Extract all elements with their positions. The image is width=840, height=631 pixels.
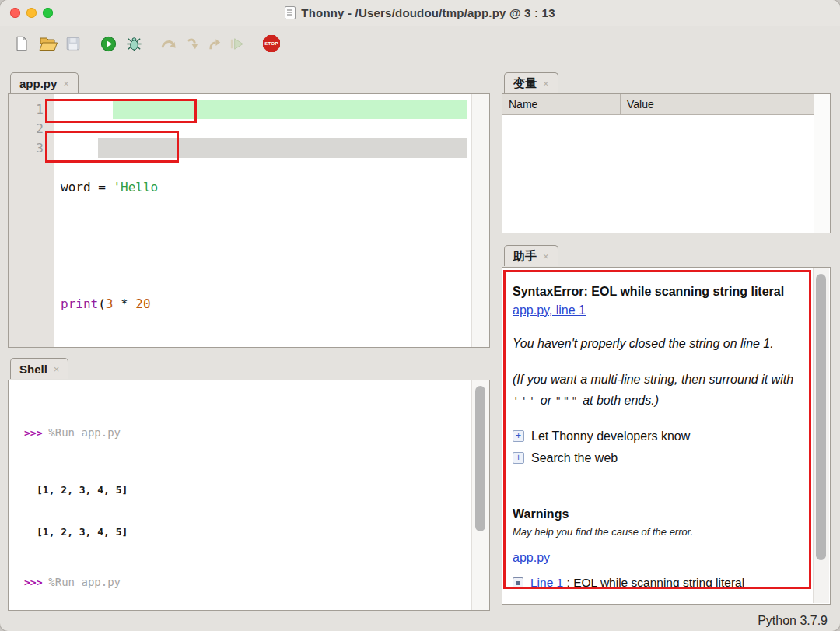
annotation-box-assistant [503, 270, 811, 589]
code-line-3: print(3 * 20 [54, 294, 471, 314]
code-token: ( [98, 296, 106, 311]
debug-button[interactable] [124, 34, 143, 53]
new-file-button[interactable] [12, 34, 31, 53]
stop-icon: STOP [263, 35, 280, 52]
assistant-scrollbar[interactable] [813, 268, 829, 603]
tab-variables[interactable]: 变量 × [504, 72, 558, 93]
code-token-number: 20 [135, 296, 150, 311]
debug-bug-icon [125, 35, 143, 53]
resume-button[interactable] [227, 34, 246, 53]
shell-panel: >>> %Run app.py [1, 2, 3, 4, 5] [1, 2, 3… [8, 380, 490, 611]
prompt-glyph: >>> [24, 577, 42, 588]
code-token-number: 3 [106, 296, 114, 311]
close-icon[interactable]: × [63, 78, 69, 89]
column-header-value: Value [621, 94, 814, 115]
step-into-button[interactable] [184, 34, 202, 53]
shell-output: [1, 2, 3, 4, 5] [24, 525, 471, 539]
annotation-box-line3 [45, 131, 179, 163]
run-command: %Run app.py [48, 576, 121, 588]
variables-panel: Name Value [502, 93, 831, 233]
window-title: Thonny - /Users/doudou/tmp/app.py @ 3 : … [301, 6, 555, 19]
code-line-2 [54, 236, 471, 255]
variables-scrollbar[interactable] [814, 94, 830, 233]
run-icon [100, 35, 117, 53]
step-out-icon [206, 35, 224, 53]
close-icon[interactable]: × [54, 363, 60, 375]
step-over-icon [159, 35, 177, 53]
minimize-window-button[interactable] [26, 8, 37, 18]
editor-tab-label: app.py [19, 77, 57, 90]
prompt-glyph: >>> [24, 427, 42, 439]
variables-table-header: Name Value [502, 94, 814, 115]
line-number: 1 [9, 100, 44, 119]
column-header-name: Name [502, 94, 621, 115]
run-command: %Run app.py [48, 426, 121, 439]
document-proxy-icon [285, 6, 296, 19]
step-out-button[interactable] [205, 34, 224, 53]
zoom-window-button[interactable] [43, 8, 53, 18]
open-file-button[interactable] [39, 34, 58, 53]
new-file-icon [13, 34, 30, 53]
close-icon[interactable]: × [543, 78, 549, 89]
step-into-icon [184, 35, 202, 53]
shell-scrollbar-thumb[interactable] [475, 386, 485, 531]
variables-tab-label: 变量 [513, 76, 537, 91]
step-over-button[interactable] [159, 34, 177, 53]
code-token-keyword: print [61, 296, 98, 311]
line-number: 3 [9, 138, 44, 158]
python-version-status: Python 3.7.9 [758, 614, 828, 628]
title-bar: Thonny - /Users/doudou/tmp/app.py @ 3 : … [0, 0, 840, 26]
code-token-string: 'Hello [113, 180, 158, 195]
tab-app-py[interactable]: app.py × [10, 72, 79, 93]
tab-assistant[interactable]: 助手 × [504, 245, 558, 266]
toolbar: STOP [0, 31, 840, 61]
assistant-tab-label: 助手 [513, 249, 537, 264]
code-token: word = [61, 180, 113, 195]
shell-prompt-line: >>> %Run app.py [24, 426, 471, 440]
shell-output: [1, 2, 3, 4, 5] [24, 483, 471, 497]
thonny-window: Thonny - /Users/doudou/tmp/app.py @ 3 : … [0, 0, 840, 631]
run-button[interactable] [99, 34, 117, 53]
code-line-1: word = 'Hello [54, 177, 471, 197]
code-token: * [113, 296, 135, 311]
save-icon [65, 35, 82, 52]
annotation-box-line1 [45, 99, 197, 123]
close-window-button[interactable] [10, 8, 20, 18]
assistant-scrollbar-thumb[interactable] [816, 274, 826, 560]
stop-button[interactable]: STOP [262, 34, 281, 53]
variables-table: Name Value [502, 94, 814, 233]
resume-icon [228, 35, 246, 53]
shell-tab-label: Shell [19, 363, 47, 376]
shell-scrollbar[interactable] [471, 380, 489, 610]
line-number: 2 [9, 119, 44, 138]
tab-shell[interactable]: Shell × [10, 358, 68, 379]
editor-scrollbar[interactable] [471, 94, 489, 347]
open-folder-icon [39, 34, 58, 53]
save-file-button[interactable] [64, 34, 82, 53]
shell-text-area[interactable]: >>> %Run app.py [1, 2, 3, 4, 5] [1, 2, 3… [9, 380, 471, 610]
close-icon[interactable]: × [543, 251, 549, 262]
shell-prompt-line: >>> %Run app.py [24, 575, 471, 589]
